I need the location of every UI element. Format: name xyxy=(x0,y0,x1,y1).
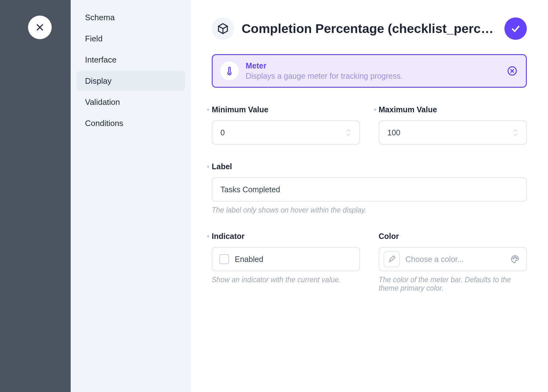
sidebar-item-display[interactable]: Display xyxy=(76,71,185,91)
color-picker xyxy=(379,247,527,271)
sidebar-item-interface[interactable]: Interface xyxy=(76,50,185,70)
label-row: Label The label only shows on hover with… xyxy=(212,162,527,214)
svg-point-2 xyxy=(513,258,514,259)
sidebar-item-label: Interface xyxy=(85,55,116,65)
max-label: Maximum Value xyxy=(379,105,527,114)
max-step-up[interactable] xyxy=(513,128,518,132)
sidebar-item-label: Schema xyxy=(85,13,115,22)
sidebar-item-conditions[interactable]: Conditions xyxy=(76,113,185,133)
checkbox-icon xyxy=(219,254,229,264)
settings-drawer: Schema Field Interface Display Validatio… xyxy=(0,0,548,392)
palette-button[interactable] xyxy=(509,254,521,265)
label-label: Label xyxy=(212,162,527,171)
thermometer-icon xyxy=(224,66,234,76)
close-icon xyxy=(35,22,45,32)
check-icon xyxy=(510,23,521,34)
palette-icon xyxy=(510,254,520,264)
chevron-up-icon xyxy=(346,128,351,132)
min-step-up[interactable] xyxy=(346,128,351,132)
chevron-down-icon xyxy=(346,133,351,137)
sidebar-item-schema[interactable]: Schema xyxy=(76,7,185,27)
cube-icon xyxy=(217,23,229,35)
min-max-row: Minimum Value Maximum Value xyxy=(212,105,527,145)
sidebar-item-label: Conditions xyxy=(85,119,123,128)
sidebar-item-label: Field xyxy=(85,34,102,44)
label-hint: The label only shows on hover within the… xyxy=(212,206,527,214)
svg-point-4 xyxy=(516,258,517,259)
display-type-info: Meter Displays a gauge meter for trackin… xyxy=(246,61,499,81)
indicator-checkbox-label: Enabled xyxy=(235,255,263,264)
svg-point-0 xyxy=(229,73,230,74)
min-input[interactable] xyxy=(220,128,346,137)
min-input-wrap xyxy=(212,120,360,145)
page-title: Completion Percentage (checklist_percent… xyxy=(242,21,497,36)
label-input[interactable] xyxy=(220,185,518,194)
close-button[interactable] xyxy=(28,16,52,39)
max-input[interactable] xyxy=(387,128,513,137)
indicator-color-row: Indicator Enabled Show an indicator with… xyxy=(212,232,527,292)
sidebar-item-validation[interactable]: Validation xyxy=(76,92,185,112)
header: Completion Percentage (checklist_percent… xyxy=(212,17,527,40)
maximum-field: Maximum Value xyxy=(379,105,527,145)
max-stepper xyxy=(513,128,518,137)
main-content: Completion Percentage (checklist_percent… xyxy=(191,0,548,392)
circle-x-icon xyxy=(507,66,517,76)
indicator-toggle[interactable]: Enabled xyxy=(212,247,360,271)
save-button[interactable] xyxy=(504,17,527,40)
meter-icon-wrap xyxy=(220,62,239,80)
minimum-field: Minimum Value xyxy=(212,105,360,145)
chevron-down-icon xyxy=(513,133,518,137)
color-hint: The color of the meter bar. Defaults to … xyxy=(379,276,527,292)
indicator-field: Indicator Enabled Show an indicator with… xyxy=(212,232,360,292)
display-type-selector[interactable]: Meter Displays a gauge meter for trackin… xyxy=(212,54,527,88)
indicator-label: Indicator xyxy=(212,232,360,241)
clear-display-button[interactable] xyxy=(506,65,518,77)
field-type-badge xyxy=(212,17,234,40)
chevron-up-icon xyxy=(513,128,518,132)
min-label: Minimum Value xyxy=(212,105,360,114)
color-field: Color xyxy=(379,232,527,292)
sidebar-item-field[interactable]: Field xyxy=(76,29,185,49)
color-label: Color xyxy=(379,232,527,241)
min-step-down[interactable] xyxy=(346,133,351,137)
sidebar-item-label: Display xyxy=(85,76,111,86)
sidebar-item-label: Validation xyxy=(85,97,120,107)
eyedropper-button[interactable] xyxy=(384,251,400,267)
eyedropper-icon xyxy=(387,255,396,264)
svg-point-3 xyxy=(515,257,516,258)
sidebar: Schema Field Interface Display Validatio… xyxy=(71,0,191,392)
max-input-wrap xyxy=(379,120,527,145)
display-type-description: Displays a gauge meter for tracking prog… xyxy=(246,72,499,81)
max-step-down[interactable] xyxy=(513,133,518,137)
left-gutter xyxy=(0,0,71,392)
label-input-wrap xyxy=(212,177,527,202)
indicator-hint: Show an indicator with the current value… xyxy=(212,276,360,284)
min-stepper xyxy=(346,128,351,137)
label-field: Label The label only shows on hover with… xyxy=(212,162,527,214)
display-type-title: Meter xyxy=(246,61,499,70)
color-input[interactable] xyxy=(405,255,504,264)
